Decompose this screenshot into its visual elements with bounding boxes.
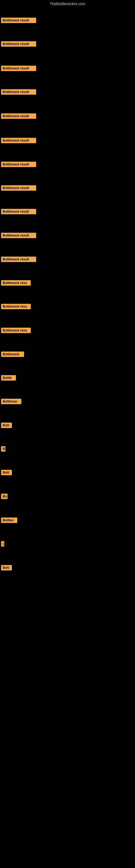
bottleneck-label-22: Bottlen xyxy=(1,518,17,523)
rows-container: Bottleneck resultBottleneck resultBottle… xyxy=(0,8,135,822)
bottleneck-row-17: Bottlenec xyxy=(1,399,21,405)
bottleneck-label-6: Bottleneck result xyxy=(1,138,36,143)
bottleneck-row-6: Bottleneck result xyxy=(1,138,36,144)
bottleneck-label-8: Bottleneck result xyxy=(1,185,36,191)
bottleneck-row-19: B xyxy=(1,446,5,453)
bottleneck-row-4: Bottleneck result xyxy=(1,89,36,96)
bottleneck-label-19: B xyxy=(1,446,5,452)
bottleneck-label-14: Bottleneck resu xyxy=(1,328,31,333)
bottleneck-label-20: Bott xyxy=(1,470,12,475)
bottleneck-row-2: Bottleneck result xyxy=(1,41,36,48)
site-title: TheBottlenecker.com xyxy=(0,0,135,8)
bottleneck-row-21: Bo xyxy=(1,494,8,500)
bottleneck-row-3: Bottleneck result xyxy=(1,66,36,72)
bottleneck-label-10: Bottleneck result xyxy=(1,233,36,238)
bottleneck-label-9: Bottleneck result xyxy=(1,209,36,214)
bottleneck-label-23: | xyxy=(1,541,4,547)
bottleneck-label-15: Bottleneck xyxy=(1,351,24,357)
bottleneck-row-10: Bottleneck result xyxy=(1,233,36,239)
bottleneck-label-24: Bott xyxy=(1,565,12,570)
bottleneck-label-13: Bottleneck resu xyxy=(1,304,31,309)
bottleneck-row-5: Bottleneck result xyxy=(1,113,36,120)
bottleneck-row-18: Bott xyxy=(1,423,12,429)
bottleneck-row-13: Bottleneck resu xyxy=(1,304,31,310)
bottleneck-row-11: Bottleneck result xyxy=(1,257,36,263)
bottleneck-row-20: Bott xyxy=(1,470,12,476)
bottleneck-label-11: Bottleneck result xyxy=(1,257,36,262)
bottleneck-label-4: Bottleneck result xyxy=(1,89,36,95)
bottleneck-row-1: Bottleneck result xyxy=(1,18,36,24)
bottleneck-row-16: Bottle xyxy=(1,375,16,382)
bottleneck-label-16: Bottle xyxy=(1,375,16,380)
bottleneck-label-3: Bottleneck result xyxy=(1,66,36,71)
bottleneck-row-24: Bott xyxy=(1,565,12,571)
bottleneck-label-5: Bottleneck result xyxy=(1,113,36,119)
page-wrapper: TheBottlenecker.com Bottleneck resultBot… xyxy=(0,0,135,868)
bottleneck-row-12: Bottleneck resu xyxy=(1,280,31,287)
bottleneck-label-21: Bo xyxy=(1,494,8,499)
bottleneck-label-17: Bottlenec xyxy=(1,399,21,404)
bottleneck-label-2: Bottleneck result xyxy=(1,41,36,46)
bottleneck-label-7: Bottleneck result xyxy=(1,162,36,167)
bottleneck-row-22: Bottlen xyxy=(1,518,17,524)
bottleneck-label-12: Bottleneck resu xyxy=(1,280,31,286)
bottleneck-row-14: Bottleneck resu xyxy=(1,328,31,334)
bottleneck-row-23: | xyxy=(1,541,4,548)
bottleneck-row-8: Bottleneck result xyxy=(1,185,36,192)
bottleneck-label-1: Bottleneck result xyxy=(1,18,36,23)
bottleneck-row-15: Bottleneck xyxy=(1,351,24,358)
bottleneck-row-7: Bottleneck result xyxy=(1,162,36,168)
bottleneck-row-9: Bottleneck result xyxy=(1,209,36,215)
bottleneck-label-18: Bott xyxy=(1,423,12,428)
